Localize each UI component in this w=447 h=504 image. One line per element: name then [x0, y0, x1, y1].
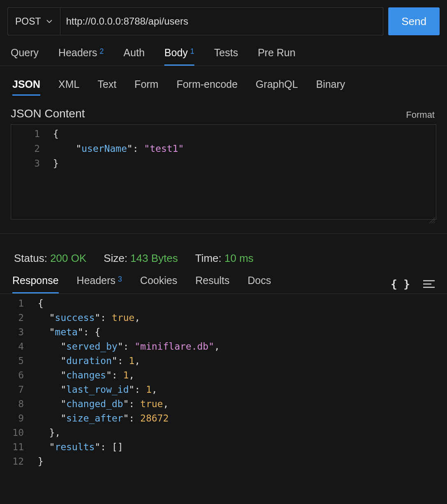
response-tabs: Response Headers 3 Cookies Results Docs — [12, 275, 391, 293]
request-tabs: Query Headers 2 Auth Body 1 Tests Pre Ru… — [0, 35, 447, 66]
tab-query[interactable]: Query — [11, 47, 39, 66]
subtab-xml[interactable]: XML — [58, 78, 79, 96]
subtab-binary[interactable]: Binary — [316, 78, 345, 96]
resp-tab-docs[interactable]: Docs — [248, 275, 271, 293]
body-editor-gutter: 123 — [11, 126, 45, 171]
time-value: 10 ms — [224, 252, 253, 264]
format-button[interactable]: Format — [406, 110, 435, 120]
response-code: { "success": true, "meta": { "served_by"… — [30, 296, 220, 469]
method-label: POST — [15, 16, 41, 27]
status-block: Status: 200 OK — [14, 252, 86, 265]
tab-body[interactable]: Body 1 — [164, 47, 194, 66]
resp-headers-badge: 3 — [118, 275, 122, 284]
response-status-row: Status: 200 OK Size: 143 Bytes Time: 10 … — [0, 234, 447, 275]
body-editor-header: JSON Content Format — [0, 96, 447, 124]
method-select[interactable]: POST — [7, 7, 60, 35]
resize-handle-icon[interactable] — [429, 213, 435, 218]
body-editor-code[interactable]: { "userName": "test1"} — [45, 126, 184, 171]
resp-tab-response[interactable]: Response — [12, 275, 59, 293]
tab-tests[interactable]: Tests — [214, 47, 238, 66]
request-bar: POST Send — [0, 0, 447, 35]
tab-headers[interactable]: Headers 2 — [58, 47, 104, 66]
send-button[interactable]: Send — [388, 7, 440, 35]
braces-icon[interactable]: { } — [391, 278, 410, 290]
size-label: Size: — [104, 252, 130, 264]
size-block: Size: 143 Bytes — [104, 252, 178, 265]
subtab-graphql[interactable]: GraphQL — [256, 78, 298, 96]
response-gutter: 123456789101112 — [0, 296, 30, 469]
wrap-lines-icon[interactable] — [423, 279, 435, 289]
response-body[interactable]: 123456789101112 { "success": true, "meta… — [0, 294, 447, 469]
subtab-form[interactable]: Form — [134, 78, 158, 96]
subtab-json[interactable]: JSON — [12, 78, 40, 96]
response-tabs-row: Response Headers 3 Cookies Results Docs … — [0, 275, 447, 294]
resp-tab-results[interactable]: Results — [195, 275, 229, 293]
resp-tab-cookies[interactable]: Cookies — [140, 275, 177, 293]
subtab-text[interactable]: Text — [98, 78, 117, 96]
time-label: Time: — [195, 252, 224, 264]
subtab-form-encode[interactable]: Form-encode — [177, 78, 238, 96]
status-label: Status: — [14, 252, 50, 264]
body-subtabs: JSON XML Text Form Form-encode GraphQL B… — [0, 66, 447, 96]
tab-auth[interactable]: Auth — [124, 47, 145, 66]
url-input[interactable] — [60, 7, 384, 35]
time-block: Time: 10 ms — [195, 252, 253, 265]
headers-badge: 2 — [100, 47, 104, 56]
body-editor-title: JSON Content — [11, 107, 85, 120]
body-badge: 1 — [190, 47, 194, 56]
resp-tab-headers[interactable]: Headers 3 — [77, 275, 122, 293]
body-editor[interactable]: 123 { "userName": "test1"} — [11, 124, 436, 220]
response-actions: { } — [391, 278, 435, 290]
status-value: 200 OK — [50, 252, 86, 264]
chevron-down-icon — [46, 18, 53, 25]
tab-prerun[interactable]: Pre Run — [258, 47, 295, 66]
size-value: 143 Bytes — [130, 252, 178, 264]
